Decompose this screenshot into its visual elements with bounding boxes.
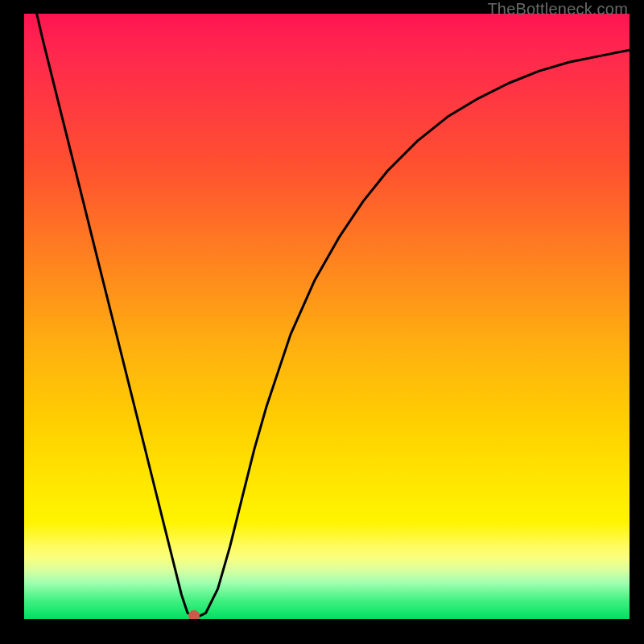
plot-area bbox=[24, 14, 630, 619]
watermark-text: TheBottleneck.com bbox=[487, 0, 628, 19]
chart-frame: TheBottleneck.com bbox=[0, 0, 644, 644]
minimum-marker bbox=[188, 610, 200, 619]
bottleneck-curve bbox=[24, 14, 630, 619]
